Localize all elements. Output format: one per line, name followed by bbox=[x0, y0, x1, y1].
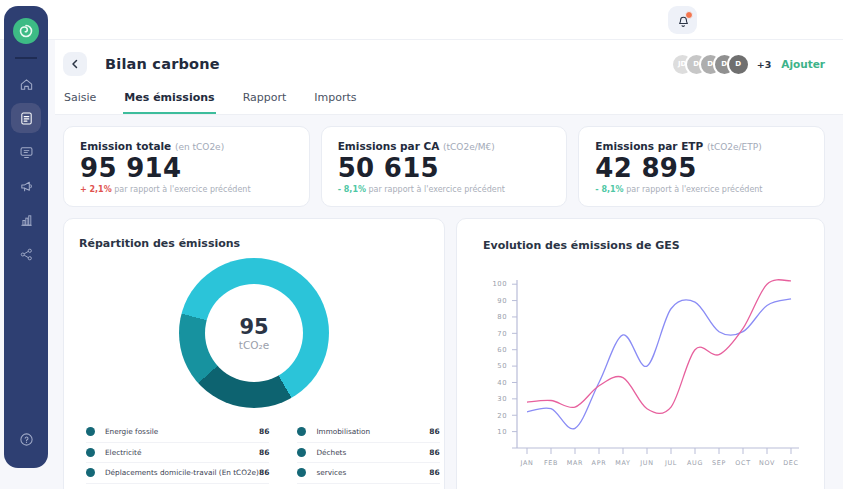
content-area: Emission totale (en tCO2e) 95 914 + 2,1%… bbox=[55, 115, 843, 489]
kpi-value: 95 914 bbox=[80, 153, 293, 183]
tab-imports[interactable]: Imports bbox=[313, 87, 357, 114]
legend-item[interactable]: Utilisation des produits vendus86 bbox=[297, 484, 439, 489]
sidebar-item-announcements[interactable] bbox=[11, 171, 41, 201]
legend-dot-icon bbox=[86, 427, 95, 436]
legend-dot-icon bbox=[297, 427, 306, 436]
chevron-left-icon bbox=[70, 59, 80, 69]
svg-text:30: 30 bbox=[497, 395, 507, 403]
tab-mes-emissions[interactable]: Mes émissions bbox=[123, 87, 215, 114]
kpi-value: 42 895 bbox=[595, 153, 808, 183]
kpi-unit: (tCO2e/M€) bbox=[443, 142, 495, 152]
tab-saisie[interactable]: Saisie bbox=[63, 87, 97, 114]
donut-chart[interactable]: 95 tCO₂e bbox=[179, 258, 329, 408]
kpi-delta-text: par rapport à l'exercice précédent bbox=[369, 185, 505, 194]
kpi-card-emissions-par-ca: Emissions par CA (tCO2e/M€) 50 615 - 8,1… bbox=[321, 126, 568, 207]
svg-text:SEP: SEP bbox=[712, 459, 726, 467]
kpi-row: Emission totale (en tCO2e) 95 914 + 2,1%… bbox=[63, 126, 825, 207]
hierarchy-icon bbox=[19, 247, 34, 262]
legend-value: 86 bbox=[429, 427, 439, 436]
kpi-card-emissions-par-etp: Emissions par ETP (tCO2e/ETP) 42 895 - 8… bbox=[578, 126, 825, 207]
page-header: Bilan carbone JD D D D D +3 Ajouter Sais… bbox=[55, 40, 843, 115]
legend-dot-icon bbox=[297, 448, 306, 457]
donut-center-value: 95 bbox=[239, 316, 268, 338]
home-icon bbox=[19, 77, 34, 92]
add-member-link[interactable]: Ajouter bbox=[781, 58, 825, 70]
svg-text:MAR: MAR bbox=[567, 459, 583, 467]
donut-center: 95 tCO₂e bbox=[205, 284, 303, 382]
legend-item[interactable]: Electricité86 bbox=[86, 443, 269, 464]
legend-label: Déchets bbox=[316, 448, 429, 457]
legend-column-left: Energie fossile86 Electricité86 Déplacem… bbox=[86, 422, 269, 489]
document-icon bbox=[19, 111, 34, 126]
kpi-delta-text: par rapport à l'exercice précédent bbox=[114, 185, 250, 194]
svg-text:MAY: MAY bbox=[615, 459, 630, 467]
kpi-delta: + 2,1% par rapport à l'exercice précéden… bbox=[80, 185, 293, 194]
kpi-title-text: Emission totale bbox=[80, 140, 171, 152]
bar-chart-icon bbox=[19, 213, 34, 228]
sidebar-item-help[interactable] bbox=[11, 424, 41, 454]
svg-text:NOV: NOV bbox=[759, 459, 775, 467]
question-icon bbox=[19, 432, 34, 447]
legend-dot-icon bbox=[297, 468, 306, 477]
legend-item[interactable]: Déplacements domicile-travail (En tCO2e)… bbox=[86, 463, 269, 484]
line-chart-svg[interactable]: 102030405060708090100JANFEBMARAPRMAYJUNJ… bbox=[471, 262, 807, 486]
svg-text:100: 100 bbox=[493, 280, 507, 288]
kpi-value: 50 615 bbox=[338, 153, 551, 183]
sidebar-item-statistics[interactable] bbox=[11, 205, 41, 235]
legend-item[interactable]: Energie fossile86 bbox=[86, 422, 269, 443]
kpi-delta: - 8,1% par rapport à l'exercice précéden… bbox=[595, 185, 808, 194]
legend-label: Déplacements domicile-travail (En tCO2e) bbox=[105, 468, 259, 477]
legend-label: Energie fossile bbox=[105, 427, 259, 436]
legend-value: 86 bbox=[429, 448, 439, 457]
kpi-delta: - 8,1% par rapport à l'exercice précéden… bbox=[338, 185, 551, 194]
avatar-more-count[interactable]: +3 bbox=[757, 59, 772, 70]
sidebar bbox=[4, 6, 48, 468]
tab-rapport[interactable]: Rapport bbox=[242, 87, 288, 114]
sidebar-item-documents[interactable] bbox=[11, 103, 41, 133]
sidebar-item-home[interactable] bbox=[11, 69, 41, 99]
sidebar-divider bbox=[15, 57, 37, 59]
kpi-title-text: Emissions par ETP bbox=[595, 140, 703, 152]
tab-bar: Saisie Mes émissions Rapport Imports bbox=[63, 87, 825, 114]
back-button[interactable] bbox=[63, 52, 87, 76]
legend-dot-icon bbox=[86, 448, 95, 457]
legend-item[interactable]: Transport des visiteurs (En tCO2e)86 bbox=[86, 484, 269, 489]
app-logo[interactable] bbox=[12, 17, 40, 45]
legend-value: 86 bbox=[259, 427, 269, 436]
sidebar-item-organization[interactable] bbox=[11, 239, 41, 269]
svg-text:APR: APR bbox=[592, 459, 607, 467]
sidebar-item-presentation[interactable] bbox=[11, 137, 41, 167]
legend-item[interactable]: services86 bbox=[297, 463, 439, 484]
kpi-delta-percent: - 8,1% bbox=[595, 185, 623, 194]
svg-text:70: 70 bbox=[497, 330, 507, 338]
kpi-title: Emissions par ETP (tCO2e/ETP) bbox=[595, 140, 808, 152]
avatar-group[interactable]: JD D D D D bbox=[671, 53, 750, 76]
kpi-card-emission-totale: Emission totale (en tCO2e) 95 914 + 2,1%… bbox=[63, 126, 310, 207]
notification-badge bbox=[685, 11, 693, 19]
legend-item[interactable]: Immobilisation86 bbox=[297, 422, 439, 443]
monitor-icon bbox=[19, 145, 34, 160]
donut-card-title: Répartition des émissions bbox=[64, 237, 444, 250]
svg-text:JAN: JAN bbox=[519, 459, 533, 467]
kpi-unit: (en tCO2e) bbox=[175, 142, 224, 152]
svg-text:JUL: JUL bbox=[664, 459, 677, 467]
kpi-unit: (tCO2e/ETP) bbox=[707, 142, 762, 152]
legend-label: Immobilisation bbox=[316, 427, 429, 436]
notifications-button[interactable] bbox=[668, 6, 697, 34]
svg-text:20: 20 bbox=[497, 412, 507, 420]
megaphone-icon bbox=[19, 179, 34, 194]
svg-text:FEB: FEB bbox=[544, 459, 558, 467]
line-chart-title: Evolution des émissions de GES bbox=[457, 239, 824, 252]
line-chart-card: Evolution des émissions de GES 102030405… bbox=[456, 218, 825, 489]
avatar[interactable]: D bbox=[727, 53, 750, 76]
legend-item[interactable]: Déchets86 bbox=[297, 443, 439, 464]
svg-text:50: 50 bbox=[497, 362, 507, 370]
svg-text:90: 90 bbox=[497, 297, 507, 305]
legend-dot-icon bbox=[86, 468, 95, 477]
svg-text:40: 40 bbox=[497, 379, 507, 387]
donut-legend: Energie fossile86 Electricité86 Déplacem… bbox=[64, 422, 444, 489]
legend-column-right: Immobilisation86 Déchets86 services86 Ut… bbox=[297, 422, 439, 489]
donut-card: Répartition des émissions 95 tCO₂e Energ… bbox=[63, 218, 445, 489]
legend-value: 86 bbox=[259, 448, 269, 457]
svg-text:10: 10 bbox=[497, 428, 507, 436]
